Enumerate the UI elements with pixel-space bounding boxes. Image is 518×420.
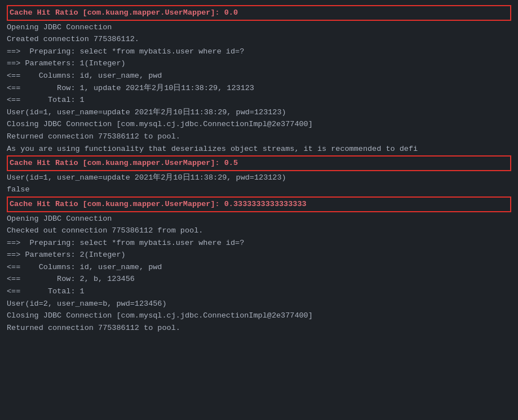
log-line-4: ==> Parameters: 1(Integer): [7, 57, 511, 70]
log-line-3: ==> Preparing: select *from mybatis.user…: [7, 46, 511, 58]
log-line-14: false: [7, 184, 511, 196]
cache-hit-ratio-line-15: Cache Hit Ratio [com.kuang.mapper.UserMa…: [7, 196, 511, 212]
log-line-10: Returned connection 775386112 to pool.: [7, 131, 511, 143]
log-line-13: User(id=1, user_name=update 2021年2月10日11…: [7, 172, 511, 184]
log-line-21: <== Row: 2, b, 123456: [7, 273, 511, 285]
log-line-2: Created connection 775386112.: [7, 33, 511, 46]
cache-hit-ratio-line-12: Cache Hit Ratio [com.kuang.mapper.UserMa…: [7, 155, 511, 171]
log-line-18: ==> Preparing: select *from mybatis.user…: [7, 237, 511, 249]
log-line-25: Returned connection 775386112 to pool.: [7, 322, 511, 334]
log-line-24: Closing JDBC Connection [com.mysql.cj.jd…: [7, 310, 511, 322]
log-line-20: <== Columns: id, user_name, pwd: [7, 261, 511, 274]
log-line-9: Closing JDBC Connection [com.mysql.cj.jd…: [7, 118, 511, 131]
log-container: Cache Hit Ratio [com.kuang.mapper.UserMa…: [7, 5, 511, 334]
log-line-7: <== Total: 1: [7, 94, 511, 106]
log-line-5: <== Columns: id, user_name, pwd: [7, 70, 511, 82]
log-line-16: Opening JDBC Connection: [7, 213, 511, 225]
log-line-22: <== Total: 1: [7, 285, 511, 298]
log-line-19: ==> Parameters: 2(Integer): [7, 249, 511, 261]
log-line-17: Checked out connection 775386112 from po…: [7, 225, 511, 237]
cache-hit-ratio-line-0: Cache Hit Ratio [com.kuang.mapper.UserMa…: [7, 5, 511, 21]
log-line-11: As you are using functionality that dese…: [7, 143, 511, 155]
log-line-1: Opening JDBC Connection: [7, 21, 511, 34]
log-line-6: <== Row: 1, update 2021年2月10日11:38:29, 1…: [7, 82, 511, 95]
log-line-23: User(id=2, user_name=b, pwd=123456): [7, 298, 511, 310]
log-line-8: User(id=1, user_name=update 2021年2月10日11…: [7, 106, 511, 119]
